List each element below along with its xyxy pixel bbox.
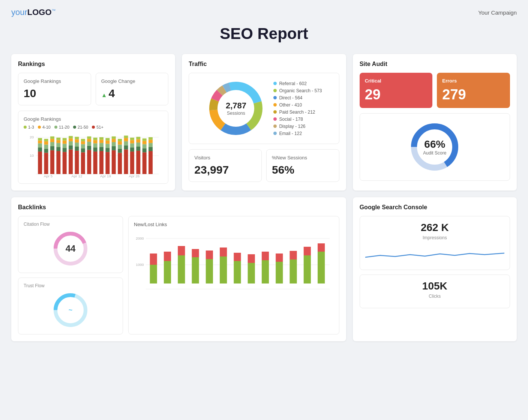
svg-rect-81	[130, 147, 134, 152]
audit-score-card: 66% Audit Score	[360, 113, 510, 181]
svg-rect-25	[63, 152, 67, 174]
svg-rect-138	[248, 263, 255, 284]
svg-text:Apr 26: Apr 26	[129, 174, 140, 178]
svg-rect-56	[99, 147, 104, 151]
svg-rect-132	[206, 259, 213, 284]
svg-rect-92	[142, 144, 147, 148]
backlinks-title: Backlinks	[18, 204, 339, 211]
legend-email: Email - 122	[273, 131, 322, 136]
dot-social	[273, 117, 277, 121]
dot-organic	[273, 89, 277, 92]
citation-flow-value: 44	[66, 243, 76, 254]
svg-rect-30	[69, 150, 73, 174]
svg-rect-74	[118, 139, 122, 141]
up-arrow-icon: ▲	[101, 92, 107, 98]
trust-flow-value: ~	[69, 306, 73, 314]
new-sessions-stat: %New Sessions 56%	[266, 149, 339, 182]
svg-rect-75	[124, 150, 128, 174]
svg-text:Apr 12: Apr 12	[72, 174, 82, 178]
new-lost-chart-svg: 2000 1000	[134, 231, 334, 298]
traffic-sessions-value: 2,787	[226, 101, 246, 111]
svg-rect-82	[130, 143, 134, 147]
legend-social: Social - 178	[273, 117, 322, 122]
svg-rect-88	[136, 139, 140, 142]
google-rankings-value: 10	[24, 87, 86, 100]
svg-rect-136	[234, 261, 241, 284]
page-title: SEO Report	[11, 25, 517, 43]
logo-bold: LOGO	[27, 8, 52, 17]
svg-rect-147	[304, 247, 311, 255]
trust-flow-card: Trust Flow ~	[18, 278, 123, 334]
new-lost-label: New/Lost Links	[134, 222, 334, 227]
visitors-value: 23,997	[194, 164, 256, 176]
audit-top-grid: Critical 29 Errors 279	[360, 73, 510, 108]
svg-rect-8	[38, 141, 42, 144]
legend-51plus: 51+	[92, 125, 104, 129]
svg-rect-83	[130, 140, 134, 144]
audit-errors: Errors 279	[437, 73, 510, 108]
svg-rect-62	[105, 144, 110, 148]
citation-flow-label: Citation Flow	[24, 222, 117, 227]
svg-rect-59	[99, 137, 104, 140]
rankings-bar-chart: 20 10	[24, 133, 163, 178]
new-sessions-label: %New Sessions	[272, 155, 334, 160]
svg-rect-86	[136, 147, 140, 151]
svg-rect-39	[75, 137, 79, 140]
svg-rect-66	[112, 146, 116, 150]
svg-rect-48	[87, 139, 91, 142]
traffic-sessions-label: Sessions	[226, 111, 246, 116]
legend-dot-51plus	[92, 126, 95, 129]
svg-rect-99	[148, 137, 153, 140]
svg-rect-33	[69, 138, 73, 141]
logo: yourLOGO™	[11, 8, 56, 17]
svg-rect-7	[38, 143, 42, 147]
svg-rect-148	[318, 252, 325, 284]
rankings-chart-card: Google Rankings 1-3 4-10 11-20	[18, 111, 168, 184]
svg-rect-95	[148, 151, 153, 174]
svg-rect-69	[112, 136, 116, 139]
new-lost-links-card: New/Lost Links 2000 1000	[128, 216, 339, 334]
new-sessions-value: 56%	[272, 164, 334, 176]
svg-rect-90	[142, 152, 147, 174]
dot-paid	[273, 110, 277, 114]
svg-rect-134	[220, 256, 227, 284]
svg-rect-13	[44, 141, 48, 145]
svg-rect-127	[164, 252, 171, 261]
dot-direct	[273, 96, 277, 99]
svg-rect-140	[262, 260, 269, 284]
errors-value: 279	[442, 87, 505, 103]
svg-rect-77	[124, 141, 128, 146]
traffic-mini-grid: Visitors 23,997 %New Sessions 56%	[189, 149, 339, 182]
new-lost-chart-container: 2000 1000	[134, 231, 334, 298]
legend-organic: Organic Search - 573	[273, 88, 322, 93]
svg-rect-96	[148, 147, 153, 151]
rankings-legend: 1-3 4-10 11-20 21-50	[24, 125, 163, 129]
legend-4-10: 4-10	[38, 125, 51, 129]
svg-rect-98	[148, 140, 153, 143]
svg-text:Apr 5: Apr 5	[44, 174, 53, 178]
svg-rect-46	[87, 146, 91, 150]
svg-rect-19	[50, 136, 54, 139]
traffic-card: Traffic	[182, 54, 346, 190]
svg-rect-67	[112, 142, 116, 146]
svg-rect-50	[93, 152, 98, 174]
svg-rect-146	[304, 255, 311, 284]
legend-11-20: 11-20	[54, 125, 69, 129]
dot-display	[273, 124, 277, 128]
svg-rect-31	[69, 146, 73, 150]
svg-rect-145	[290, 251, 297, 260]
svg-rect-141	[262, 252, 269, 260]
svg-rect-93	[142, 141, 147, 144]
legend-display: Display - 126	[273, 124, 322, 129]
citation-flow-donut: 44	[52, 230, 89, 267]
svg-rect-85	[136, 151, 140, 174]
svg-rect-41	[81, 148, 85, 152]
site-audit-title: Site Audit	[360, 61, 510, 68]
svg-rect-53	[93, 140, 98, 144]
campaign-label: Your Campaign	[478, 9, 517, 16]
gsc-card: Google Search Console 262 K Impressions …	[353, 197, 517, 341]
svg-rect-54	[93, 138, 98, 140]
svg-rect-76	[124, 146, 128, 150]
svg-rect-5	[38, 152, 42, 174]
svg-rect-63	[105, 141, 110, 144]
